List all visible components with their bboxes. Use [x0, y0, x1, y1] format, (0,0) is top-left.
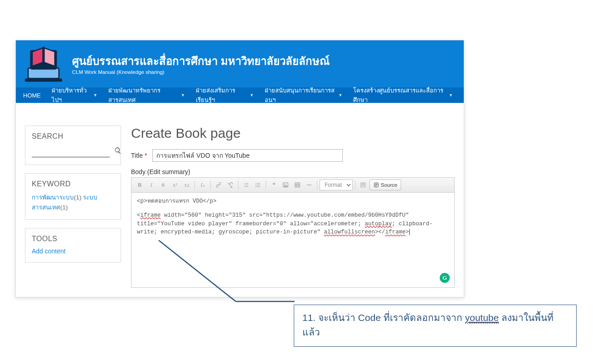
editor: B I S x² x₂ Iₓ — [131, 177, 455, 288]
logo-icon — [21, 43, 66, 84]
annotation-callout: 11. จะเห็นว่า Code ที่เราคัดลอกมาจาก you… — [294, 305, 577, 347]
grammarly-icon[interactable]: G — [440, 273, 450, 283]
image-icon — [282, 182, 289, 188]
required-mark: * — [145, 152, 147, 159]
bulleted-list-button[interactable] — [241, 180, 252, 190]
page-title: Create Book page — [131, 126, 455, 141]
superscript-button[interactable]: x² — [170, 180, 180, 190]
svg-rect-8 — [295, 183, 300, 187]
sidebar-search: SEARCH — [25, 126, 121, 165]
keyword-count-2: (1) — [60, 204, 68, 211]
bold-button[interactable]: B — [134, 180, 145, 190]
svg-rect-12 — [361, 185, 366, 187]
search-icon — [114, 147, 121, 154]
keyword-link-1[interactable]: การพัฒนาระบบ — [32, 194, 74, 201]
chevron-down-icon: ▼ — [93, 93, 97, 97]
toolbar-separator — [210, 180, 211, 189]
chevron-down-icon: ▼ — [181, 93, 185, 97]
title-label: Title — [131, 152, 143, 159]
chevron-down-icon: ▼ — [339, 93, 343, 97]
image-button[interactable] — [280, 180, 291, 190]
table-button[interactable] — [292, 180, 303, 190]
site-title: ศูนย์บรรณสารและสื่อการศึกษา มหาวิทยาลัยว… — [72, 54, 330, 68]
subscript-button[interactable]: x₂ — [181, 180, 192, 190]
table-icon — [294, 182, 301, 188]
book-laptop-icon — [23, 44, 64, 83]
italic-button[interactable]: I — [146, 180, 157, 190]
svg-rect-1 — [25, 78, 62, 82]
chevron-down-icon: ▼ — [449, 93, 453, 97]
keyword-heading: KEYWORD — [32, 180, 114, 188]
toolbar-separator — [238, 180, 238, 189]
format-select[interactable]: Format — [320, 180, 353, 190]
hr-icon — [306, 182, 312, 188]
link-icon — [215, 182, 222, 188]
unlink-icon — [227, 182, 233, 188]
remove-format-button[interactable]: Iₓ — [197, 180, 208, 190]
search-input[interactable] — [32, 146, 110, 157]
numbered-list-button[interactable] — [252, 180, 263, 190]
title-input[interactable] — [152, 149, 343, 162]
source-button[interactable]: Source — [369, 180, 401, 190]
editor-source-area[interactable]: <p>ทดสอบการแทรก VDO</p> <iframe width="5… — [131, 193, 454, 287]
app-window: ศูนย์บรรณสารและสื่อการศึกษา มหาวิทยาลัยว… — [15, 40, 464, 297]
tools-heading: TOOLS — [32, 235, 114, 243]
svg-point-7 — [284, 184, 285, 185]
source-icon — [374, 182, 379, 188]
svg-rect-5 — [42, 47, 44, 63]
main-nav: HOME ฝ่ายบริหารทั่วไปฯ▼ ฝ่ายพัฒนาทรัพยาก… — [16, 87, 464, 103]
nav-item-4[interactable]: โครงสร้างศูนย์บรรณสารและสื่อการศึกษา▼ — [348, 87, 458, 103]
blocks-icon — [360, 182, 366, 188]
chevron-down-icon: ▼ — [250, 93, 254, 97]
keyword-count-1: (1) — [74, 194, 82, 201]
code-line-2: <iframe width="560" height="315" src="ht… — [137, 211, 449, 237]
site-subtitle: CLM Work Manual (Knowledge sharing) — [72, 69, 330, 75]
edit-summary-link[interactable]: (Edit summary) — [147, 168, 190, 175]
nav-home[interactable]: HOME — [21, 87, 46, 103]
link-button[interactable] — [213, 180, 224, 190]
toolbar-separator — [317, 180, 317, 189]
toolbar-separator — [194, 180, 195, 189]
sidebar-keyword: KEYWORD การพัฒนาระบบ(1) ระบบสารสนเทศ(1) — [25, 173, 121, 220]
nav-item-3[interactable]: ฝ่ายสนับสนุนการเรียนการสอนฯ▼ — [259, 87, 348, 103]
add-content-link[interactable]: Add content — [32, 248, 66, 255]
nav-item-0[interactable]: ฝ่ายบริหารทั่วไปฯ▼ — [46, 87, 103, 103]
toolbar-separator — [355, 180, 355, 189]
svg-rect-9 — [307, 184, 312, 185]
strike-button[interactable]: S — [158, 180, 169, 190]
svg-rect-10 — [361, 183, 363, 184]
nav-item-2[interactable]: ฝ่ายส่งเสริมการเรียนรู้ฯ▼ — [190, 87, 259, 103]
header-banner: ศูนย์บรรณสารและสื่อการศึกษา มหาวิทยาลัยว… — [16, 40, 464, 87]
show-blocks-button[interactable] — [358, 180, 369, 190]
svg-rect-11 — [364, 183, 366, 184]
code-line-1: <p>ทดสอบการแทรก VDO</p> — [137, 197, 449, 206]
main-content: Create Book page Title * Body (Edit summ… — [131, 126, 455, 288]
body-label: Body (Edit summary) — [131, 168, 455, 175]
list-icon — [243, 182, 249, 188]
unlink-button[interactable] — [225, 180, 236, 190]
blockquote-button[interactable]: ❝ — [268, 180, 279, 190]
nav-item-1[interactable]: ฝ่ายพัฒนาทรัพยากรสารสนเทศ▼ — [103, 87, 190, 103]
search-heading: SEARCH — [32, 132, 114, 141]
editor-toolbar: B I S x² x₂ Iₓ — [131, 178, 454, 193]
hr-button[interactable] — [304, 180, 315, 190]
toolbar-separator — [266, 180, 266, 189]
sidebar-tools: TOOLS Add content — [25, 228, 121, 262]
search-button[interactable] — [112, 145, 123, 157]
sidebar: SEARCH KEYWORD การพัฒนาระบบ(1) ระบบสารสน… — [25, 126, 121, 288]
numbered-list-icon — [255, 182, 261, 188]
